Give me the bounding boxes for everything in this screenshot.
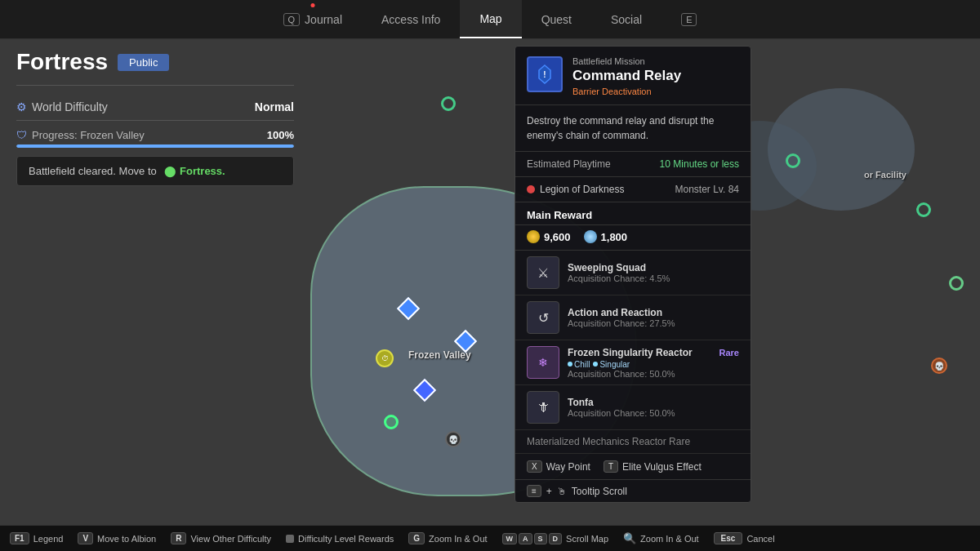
hint-zoom-label: Zoom In & Out	[640, 534, 699, 544]
popup-title: Command Relay	[572, 68, 739, 84]
hint-legend-label: Legend	[33, 534, 64, 544]
mission-icon: !	[527, 56, 563, 92]
gold-icon	[527, 230, 540, 243]
nav-item-q[interactable]: Q Journal	[264, 0, 362, 38]
hint-albion-label: Move to Albion	[97, 534, 156, 544]
tooltip-key-box: ≡	[527, 485, 541, 497]
footer-btn-waypoint[interactable]: X Way Point	[527, 460, 590, 473]
nav-dot-journal	[310, 3, 314, 7]
reward-item-1: ↺ Action and Reaction Acquisition Chance…	[515, 295, 751, 340]
reward-item-3: 🗡 Tonfa Acquisition Chance: 50.0%	[515, 385, 751, 430]
marker-green	[949, 276, 964, 291]
key-esc: Esc	[714, 532, 743, 544]
popup-header-text: Battlefield Mission Command Relay Barrie…	[572, 56, 739, 96]
zoom-icon: 🔍	[623, 532, 636, 544]
marker-diamond-3	[413, 379, 436, 402]
key-w: W	[502, 533, 518, 544]
marker-skull-2: 💀	[445, 431, 461, 447]
reward-info-0: Sweeping Squad Acquisition Chance: 4.5%	[568, 262, 739, 283]
sidebar-title-row: Fortress Public	[16, 49, 294, 75]
top-nav: Q Journal Access Info Map Quest Social E	[0, 0, 980, 39]
key-r: R	[171, 532, 186, 544]
nav-key-e: E	[681, 13, 697, 26]
map-marker-circle-green[interactable]	[949, 276, 964, 291]
crystal-currency: 1,800	[584, 230, 628, 243]
progress-container: 🛡 Progress: Frozen Valley 100%	[16, 129, 294, 148]
map-marker-purple[interactable]: 💀	[931, 358, 947, 374]
progress-fill	[16, 144, 294, 148]
key-d: D	[549, 533, 563, 544]
reward-icon-2: ❄	[527, 346, 559, 379]
nav-key-q: Q	[283, 13, 301, 26]
nav-item-social[interactable]: Social	[591, 0, 662, 38]
crystal-icon	[584, 230, 597, 243]
difficulty-row: ⚙ World Difficulty Normal	[16, 94, 294, 120]
difficulty-label: ⚙ World Difficulty	[16, 100, 108, 113]
map-marker-diamond-1[interactable]	[400, 300, 416, 317]
popup-header: ! Battlefield Mission Command Relay Barr…	[515, 47, 751, 105]
map-marker-1[interactable]	[441, 96, 456, 111]
hint-difficulty-label: View Other Difficulty	[190, 534, 271, 544]
marker-circle-2	[786, 153, 800, 168]
reward-name-2: Frozen Singularity Reactor	[568, 347, 693, 358]
map-marker-2[interactable]	[786, 153, 800, 168]
nav-label-social: Social	[611, 13, 642, 26]
progress-label-text: 🛡 Progress: Frozen Valley	[16, 129, 145, 141]
nav-item-quest[interactable]: Quest	[522, 0, 591, 38]
divider-2	[16, 120, 294, 121]
reward-name-1: Action and Reaction	[568, 307, 739, 318]
reward-icon-glyph-3: 🗡	[537, 400, 550, 415]
key-g: G	[408, 532, 425, 544]
public-badge: Public	[118, 54, 169, 71]
faction-label: Legion of Darkness	[540, 184, 624, 195]
difficulty-label-text: World Difficulty	[32, 100, 108, 113]
nav-label-journal: Journal	[305, 13, 342, 26]
difficulty-value: Normal	[255, 100, 294, 113]
progress-value: 100%	[267, 129, 294, 141]
map-marker-circle-green2[interactable]	[384, 415, 399, 429]
footer-btn-vulgus[interactable]: T Elite Vulgus Effect	[604, 460, 702, 473]
rare-badge-2: Rare	[719, 348, 739, 358]
sidebar: Fortress Public ⚙ World Difficulty Norma…	[16, 49, 294, 186]
gold-amount: 9,600	[544, 231, 571, 243]
reward-info-2: Frozen Singularity Reactor Rare Chill Si…	[568, 347, 739, 379]
map-label-frozen-valley: Frozen Valley	[408, 349, 471, 361]
bottom-bar: F1 Legend V Move to Albion R View Other …	[0, 525, 980, 551]
map-marker-diamond-2[interactable]	[457, 333, 474, 349]
reward-icon-0: ⚔	[527, 256, 559, 289]
reward-tags-2: Chill Singular	[568, 360, 739, 369]
faction-dot	[527, 185, 535, 193]
nav-items: Q Journal Access Info Map Quest Social E	[264, 0, 717, 38]
nav-item-map[interactable]: Map	[460, 0, 521, 38]
popup-subtitle: Battlefield Mission	[572, 56, 739, 66]
monster-level: Monster Lv. 84	[675, 184, 739, 195]
map-marker-clock[interactable]: ⏱	[376, 349, 394, 367]
notification-box: Battlefield cleared. Move to ⬤ Fortress.	[16, 156, 294, 186]
vulgus-label: Elite Vulgus Effect	[622, 461, 702, 473]
nav-item-e[interactable]: E	[662, 0, 716, 38]
waypoint-label: Way Point	[546, 461, 590, 473]
gold-currency: 9,600	[527, 230, 571, 243]
popup-tag: Barrier Deactivation	[572, 87, 739, 96]
map-marker-skull2[interactable]: 💀	[445, 431, 461, 447]
reward-name-0: Sweeping Squad	[568, 262, 739, 273]
hint-legend: F1 Legend	[10, 532, 63, 544]
reward-chance-1: Acquisition Chance: 27.5%	[568, 318, 739, 328]
marker-clock: ⏱	[376, 349, 394, 367]
reward-item-0: ⚔ Sweeping Squad Acquisition Chance: 4.5…	[515, 251, 751, 295]
tag-chill: Chill	[568, 360, 590, 369]
map-marker-diamond-3[interactable]	[416, 382, 433, 398]
nav-item-access-info[interactable]: Access Info	[362, 0, 460, 38]
hint-cancel: Esc Cancel	[714, 532, 775, 544]
hint-world-map: G Zoom In & Out	[408, 532, 487, 544]
map-marker-3[interactable]	[916, 202, 931, 217]
popup-footer: X Way Point T Elite Vulgus Effect	[515, 454, 751, 480]
progress-bar	[16, 144, 294, 148]
reward-info-3: Tonfa Acquisition Chance: 50.0%	[568, 397, 739, 418]
marker-circle-3	[916, 202, 931, 217]
reward-currencies: 9,600 1,800	[515, 225, 751, 251]
wasd-keys: W A S D	[502, 533, 563, 544]
diff-rewards-icon	[286, 535, 294, 543]
vulgus-key: T	[604, 460, 618, 473]
mission-svg-icon: !	[534, 64, 555, 85]
